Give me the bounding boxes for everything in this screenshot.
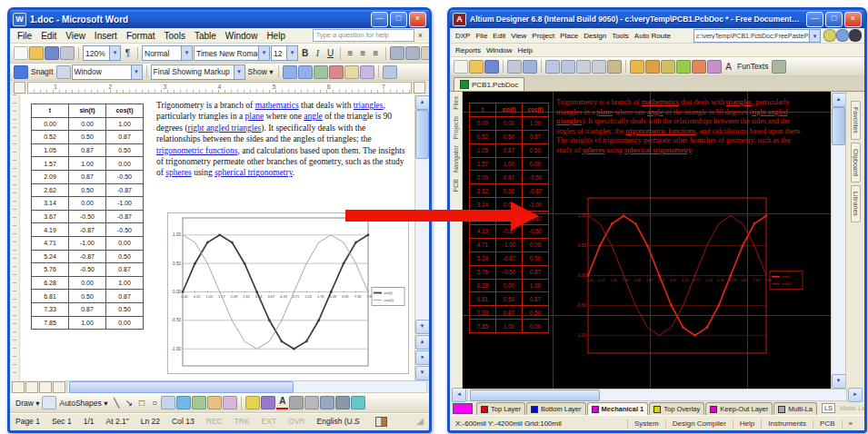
funtexts-icon[interactable] (772, 60, 786, 74)
ruler-strip[interactable]: 1234567 (27, 82, 412, 94)
tab-selector[interactable] (14, 82, 25, 94)
altium-menu-1[interactable]: File (473, 31, 490, 41)
oval-tool-icon[interactable]: ○ (148, 396, 160, 409)
word-menu-3[interactable]: Insert (90, 30, 122, 42)
italic-button[interactable]: I (312, 46, 324, 60)
left-panel-tab-1[interactable]: Projects (453, 116, 459, 139)
horizontal-scrollbar-thumb[interactable] (470, 390, 600, 401)
outline-view-icon[interactable] (53, 381, 65, 393)
ask-question-input[interactable]: Type a question for help (313, 29, 414, 42)
altium-titlebar[interactable]: A Altium Designer 6.8 (Internal Build 90… (450, 10, 864, 28)
status-menu-5[interactable]: » (842, 419, 859, 428)
status-menu-1[interactable]: Design Compiler (665, 419, 733, 428)
scrollbar-thumb[interactable] (832, 107, 845, 145)
status-mode-3[interactable]: OVR (288, 417, 304, 426)
combo-dropdown-icon[interactable]: ▾ (109, 46, 120, 60)
reject-change-icon[interactable] (329, 65, 344, 79)
bullets-icon[interactable] (405, 46, 420, 60)
menubar-close-icon[interactable]: × (414, 31, 426, 40)
copy-icon[interactable] (592, 60, 606, 74)
show-paragraph-marks-button[interactable]: ¶ (122, 46, 134, 60)
left-panel-tab-3[interactable]: PCB (453, 179, 459, 192)
hyperlink[interactable]: mathematics (642, 98, 679, 106)
scroll-up-icon[interactable]: ▲ (415, 95, 430, 110)
threed-style-icon[interactable] (351, 396, 365, 409)
combo-dropdown-icon[interactable]: ▾ (809, 30, 820, 42)
paste-icon[interactable] (607, 60, 622, 74)
altium-menu-0[interactable]: DXP (453, 31, 473, 41)
diagram-icon[interactable] (192, 396, 206, 409)
scroll-left-icon[interactable]: ◄ (452, 388, 466, 402)
fill-color-icon[interactable] (245, 396, 260, 409)
altium-menu-1[interactable]: Window (484, 45, 514, 55)
font-size-combo[interactable]: 12▾ (271, 45, 298, 61)
word-menu-7[interactable]: Window (221, 30, 263, 42)
altium-menu-6[interactable]: Design (581, 31, 609, 41)
place-component-icon[interactable] (676, 60, 691, 74)
history-icon[interactable] (836, 29, 849, 42)
altium-helmet-icon[interactable] (849, 29, 862, 42)
underline-button[interactable]: U (324, 46, 336, 60)
status-mode-1[interactable]: TRK (234, 417, 250, 426)
altium-menu-3[interactable]: View (508, 31, 529, 41)
vertical-scrollbar[interactable]: ▲ ▼ ▲ ● ▼ (414, 94, 429, 380)
right-panel-tab-0[interactable]: Favorites (851, 101, 861, 140)
left-panel-tab-0[interactable]: Files (453, 96, 459, 110)
close-icon[interactable]: × (844, 12, 862, 27)
place-line-icon[interactable] (630, 60, 644, 74)
accept-change-icon[interactable] (314, 65, 328, 79)
combo-dropdown-icon[interactable]: ▾ (286, 46, 297, 60)
hyperlink[interactable]: plane (245, 112, 264, 121)
status-mode-0[interactable]: REC (206, 417, 223, 426)
place-dimension-icon[interactable] (707, 60, 722, 74)
autoshapes-menu-button[interactable]: AutoShapes ▾ (57, 399, 109, 408)
pcb-document-tab[interactable]: PCB1.PcbDoc (454, 77, 524, 91)
arrow-style-icon[interactable] (320, 396, 334, 409)
line-style-icon[interactable] (289, 396, 304, 409)
altium-menu-0[interactable]: Reports (453, 45, 484, 55)
rectangle-tool-icon[interactable]: □ (135, 396, 147, 409)
align-left-button[interactable]: ≡ (344, 46, 356, 60)
bold-button[interactable]: B (299, 46, 311, 60)
hyperlink[interactable]: plane (596, 108, 613, 116)
hyperlink[interactable]: trigonometric functions (156, 146, 237, 155)
save-icon[interactable] (484, 60, 499, 74)
scrollbar-thumb[interactable] (415, 110, 429, 159)
line-tool-icon[interactable]: ╲ (110, 396, 122, 409)
scroll-up-icon[interactable]: ▲ (832, 93, 846, 107)
place-polygon-icon[interactable] (692, 60, 706, 74)
hyperlink[interactable]: triangles (354, 101, 384, 110)
style-combo[interactable]: Normal▾ (142, 45, 193, 61)
text-box-icon[interactable] (161, 396, 175, 409)
hyperlink[interactable]: angle (647, 108, 663, 116)
status-mode-2[interactable]: EXT (262, 417, 277, 426)
right-panel-tab-2[interactable]: Libraries (851, 185, 861, 222)
hyperlink[interactable]: triangles (726, 98, 752, 106)
layer-tab-multi-la[interactable]: Multi-La (773, 402, 817, 415)
reviewing-pane-icon[interactable] (383, 65, 397, 79)
word-menu-0[interactable]: File (13, 30, 36, 42)
next-page-icon[interactable]: ▼ (415, 366, 430, 380)
hyperlink[interactable]: mathematics (255, 101, 299, 110)
previous-page-icon[interactable]: ▲ (415, 335, 430, 350)
wordart-icon[interactable] (176, 396, 191, 409)
right-panel-tab-1[interactable]: Clipboard (851, 143, 861, 182)
document-page[interactable]: tsin(t)cos(t)0.000.001.000.520.500.871.0… (20, 94, 414, 380)
hyperlink[interactable]: spherical trigonometry (624, 146, 692, 154)
numbering-icon[interactable] (390, 46, 404, 60)
layer-tab-bottom-layer[interactable]: Bottom Layer (526, 402, 586, 415)
font-color-button[interactable]: A (276, 396, 288, 409)
new-document-icon[interactable] (14, 46, 28, 60)
status-menu-0[interactable]: System (627, 419, 665, 428)
word-menu-2[interactable]: View (61, 30, 90, 42)
snagit-target-combo[interactable]: Window▾ (72, 64, 143, 80)
hyperlink[interactable]: angle (304, 112, 323, 121)
word-menu-8[interactable]: Help (262, 30, 290, 42)
print-icon[interactable] (60, 46, 75, 60)
combo-dropdown-icon[interactable]: ▾ (234, 65, 244, 79)
open-icon[interactable] (469, 60, 484, 74)
select-objects-icon[interactable] (42, 396, 56, 409)
combo-dropdown-icon[interactable]: ▾ (258, 46, 269, 60)
canvas-horizontal-scrollbar[interactable] (467, 389, 847, 401)
layer-tab-top-layer[interactable]: Top Layer (476, 402, 525, 415)
